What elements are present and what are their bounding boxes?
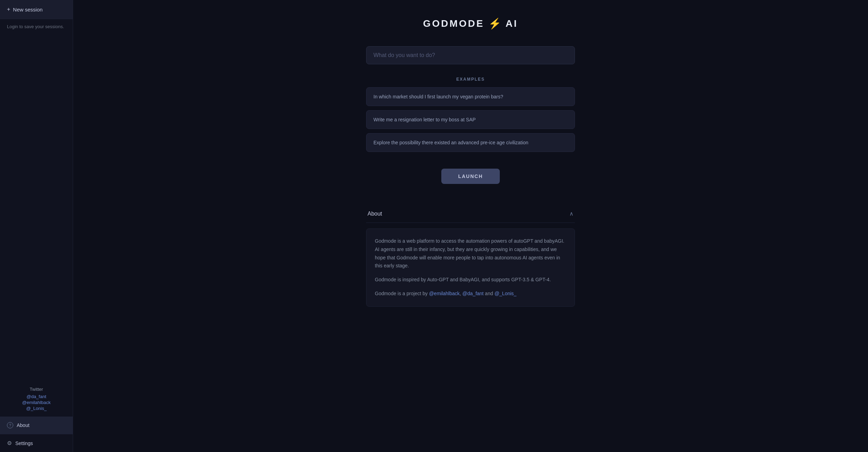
search-input[interactable] [366,46,575,64]
bolt-icon: ⚡ [488,17,501,30]
about-link-emilahlback[interactable]: @emilahlback [429,291,460,296]
example-card-2[interactable]: Write me a resignation letter to my boss… [366,110,575,129]
about-paragraph-3: Godmode is a project by @emilahlback, @d… [375,290,566,298]
question-icon: ? [7,422,13,428]
launch-button[interactable]: LAUNCH [441,169,499,184]
sidebar: + New session Login to save your session… [0,0,73,452]
example-card-3[interactable]: Explore the possibility there existed an… [366,133,575,152]
about-sidebar-label: About [17,422,30,428]
twitter-handle-1[interactable]: @da_fant [7,394,66,399]
about-content: Godmode is a web platform to access the … [366,228,575,307]
about-paragraph-2: Godmode is inspired by Auto-GPT and Baby… [375,276,566,284]
about-sidebar-button[interactable]: ? About [0,417,73,434]
plus-icon: + [7,6,10,13]
about-paragraph-1: Godmode is a web platform to access the … [375,237,566,270]
sidebar-spacer [0,34,73,382]
logo: GODMODE ⚡ AI [423,17,518,30]
twitter-handle-2[interactable]: @emilahlback [7,400,66,405]
new-session-button[interactable]: + New session [0,0,73,19]
logo-text-right: AI [505,18,518,29]
login-prompt: Login to save your sessions. [0,19,73,34]
search-container [366,46,575,64]
main-content: GODMODE ⚡ AI EXAMPLES In which market sh… [73,0,868,452]
about-link-dafant[interactable]: @da_fant [463,291,484,296]
about-header[interactable]: About ∧ [366,205,575,223]
new-session-label: New session [13,7,42,13]
chevron-up-icon: ∧ [569,210,574,217]
settings-sidebar-button[interactable]: ⚙ Settings [0,434,73,452]
logo-text-left: GODMODE [423,18,484,29]
examples-section: EXAMPLES In which market should I first … [366,77,575,156]
gear-icon: ⚙ [7,440,12,446]
settings-sidebar-label: Settings [15,441,33,446]
twitter-label: Twitter [7,387,66,392]
twitter-section: Twitter @da_fant @emilahlback @_Lonis_ [0,382,73,417]
examples-label: EXAMPLES [366,77,575,82]
about-title: About [368,211,382,217]
twitter-handle-3[interactable]: @_Lonis_ [7,406,66,411]
about-link-lonis[interactable]: @_Lonis_ [495,291,516,296]
about-section: About ∧ Godmode is a web platform to acc… [366,205,575,307]
example-card-1[interactable]: In which market should I first launch my… [366,87,575,106]
